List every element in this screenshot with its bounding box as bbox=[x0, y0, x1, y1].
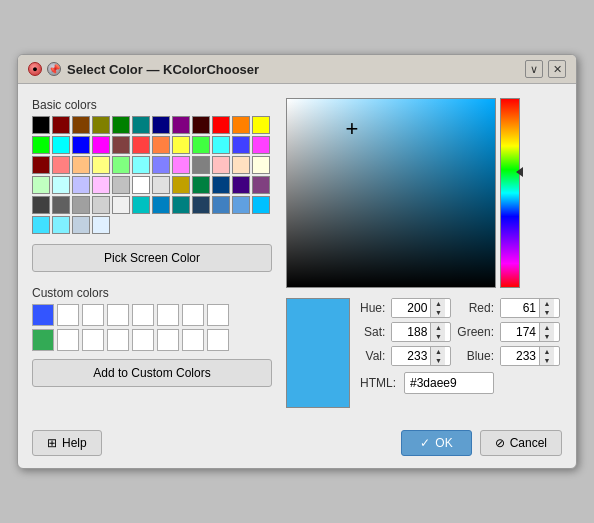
custom-color-swatch[interactable] bbox=[57, 304, 79, 326]
hue-up[interactable]: ▲ bbox=[431, 299, 445, 308]
basic-color-swatch[interactable] bbox=[172, 116, 190, 134]
blue-spinbox[interactable]: ▲ ▼ bbox=[500, 346, 560, 366]
basic-color-swatch[interactable] bbox=[212, 196, 230, 214]
basic-color-swatch[interactable] bbox=[72, 136, 90, 154]
custom-color-swatch[interactable] bbox=[182, 304, 204, 326]
basic-color-swatch[interactable] bbox=[112, 156, 130, 174]
custom-color-swatch[interactable] bbox=[32, 329, 54, 351]
green-spinbox[interactable]: ▲ ▼ bbox=[500, 322, 560, 342]
basic-color-swatch[interactable] bbox=[32, 116, 50, 134]
sat-up[interactable]: ▲ bbox=[431, 323, 445, 332]
custom-color-swatch[interactable] bbox=[57, 329, 79, 351]
basic-color-swatch[interactable] bbox=[92, 216, 110, 234]
basic-color-swatch[interactable] bbox=[152, 176, 170, 194]
basic-color-swatch[interactable] bbox=[32, 176, 50, 194]
custom-color-swatch[interactable] bbox=[82, 329, 104, 351]
basic-color-swatch[interactable] bbox=[132, 176, 150, 194]
green-input[interactable] bbox=[501, 323, 539, 341]
basic-color-swatch[interactable] bbox=[112, 176, 130, 194]
custom-color-swatch[interactable] bbox=[107, 304, 129, 326]
basic-color-swatch[interactable] bbox=[232, 136, 250, 154]
val-down[interactable]: ▼ bbox=[431, 356, 445, 365]
basic-color-swatch[interactable] bbox=[32, 156, 50, 174]
basic-color-swatch[interactable] bbox=[112, 116, 130, 134]
val-input[interactable] bbox=[392, 347, 430, 365]
custom-color-swatch[interactable] bbox=[82, 304, 104, 326]
basic-color-swatch[interactable] bbox=[192, 196, 210, 214]
basic-color-swatch[interactable] bbox=[252, 196, 270, 214]
basic-color-swatch[interactable] bbox=[212, 136, 230, 154]
basic-color-swatch[interactable] bbox=[92, 156, 110, 174]
basic-color-swatch[interactable] bbox=[192, 176, 210, 194]
ok-button[interactable]: ✓ OK bbox=[401, 430, 471, 456]
hue-slider[interactable] bbox=[500, 98, 520, 288]
basic-color-swatch[interactable] bbox=[52, 216, 70, 234]
basic-color-swatch[interactable] bbox=[252, 156, 270, 174]
red-down[interactable]: ▼ bbox=[540, 308, 554, 317]
basic-color-swatch[interactable] bbox=[192, 156, 210, 174]
sat-spinbox[interactable]: ▲ ▼ bbox=[391, 322, 451, 342]
basic-color-swatch[interactable] bbox=[232, 176, 250, 194]
basic-color-swatch[interactable] bbox=[132, 156, 150, 174]
basic-color-swatch[interactable] bbox=[72, 156, 90, 174]
custom-color-swatch[interactable] bbox=[132, 304, 154, 326]
red-spinbox[interactable]: ▲ ▼ bbox=[500, 298, 560, 318]
val-up[interactable]: ▲ bbox=[431, 347, 445, 356]
basic-color-swatch[interactable] bbox=[152, 196, 170, 214]
hue-down[interactable]: ▼ bbox=[431, 308, 445, 317]
custom-color-swatch[interactable] bbox=[157, 304, 179, 326]
basic-color-swatch[interactable] bbox=[92, 196, 110, 214]
sat-input[interactable] bbox=[392, 323, 430, 341]
basic-color-swatch[interactable] bbox=[52, 116, 70, 134]
basic-color-swatch[interactable] bbox=[72, 196, 90, 214]
basic-color-swatch[interactable] bbox=[152, 116, 170, 134]
basic-color-swatch[interactable] bbox=[172, 156, 190, 174]
red-up[interactable]: ▲ bbox=[540, 299, 554, 308]
basic-color-swatch[interactable] bbox=[112, 196, 130, 214]
basic-color-swatch[interactable] bbox=[212, 156, 230, 174]
red-input[interactable] bbox=[501, 299, 539, 317]
custom-color-swatch[interactable] bbox=[107, 329, 129, 351]
basic-color-swatch[interactable] bbox=[92, 176, 110, 194]
basic-color-swatch[interactable] bbox=[252, 136, 270, 154]
basic-color-swatch[interactable] bbox=[132, 136, 150, 154]
close-button[interactable]: ✕ bbox=[548, 60, 566, 78]
custom-color-swatch[interactable] bbox=[207, 329, 229, 351]
val-spinbox[interactable]: ▲ ▼ bbox=[391, 346, 451, 366]
basic-color-swatch[interactable] bbox=[92, 116, 110, 134]
hue-input[interactable] bbox=[392, 299, 430, 317]
dot-red[interactable]: ● bbox=[28, 62, 42, 76]
basic-color-swatch[interactable] bbox=[52, 196, 70, 214]
basic-color-swatch[interactable] bbox=[52, 136, 70, 154]
basic-color-swatch[interactable] bbox=[52, 176, 70, 194]
custom-color-swatch[interactable] bbox=[182, 329, 204, 351]
basic-color-swatch[interactable] bbox=[252, 116, 270, 134]
basic-color-swatch[interactable] bbox=[72, 116, 90, 134]
blue-input[interactable] bbox=[501, 347, 539, 365]
basic-color-swatch[interactable] bbox=[192, 116, 210, 134]
chevron-down-button[interactable]: ∨ bbox=[525, 60, 543, 78]
basic-color-swatch[interactable] bbox=[132, 116, 150, 134]
color-gradient[interactable]: + bbox=[286, 98, 496, 288]
dot-pin[interactable]: 📌 bbox=[47, 62, 61, 76]
basic-color-swatch[interactable] bbox=[32, 196, 50, 214]
basic-color-swatch[interactable] bbox=[72, 176, 90, 194]
basic-color-swatch[interactable] bbox=[172, 136, 190, 154]
basic-color-swatch[interactable] bbox=[72, 216, 90, 234]
basic-color-swatch[interactable] bbox=[132, 196, 150, 214]
basic-color-swatch[interactable] bbox=[172, 176, 190, 194]
basic-color-swatch[interactable] bbox=[92, 136, 110, 154]
green-up[interactable]: ▲ bbox=[540, 323, 554, 332]
custom-color-swatch[interactable] bbox=[207, 304, 229, 326]
basic-color-swatch[interactable] bbox=[212, 116, 230, 134]
basic-color-swatch[interactable] bbox=[112, 136, 130, 154]
basic-color-swatch[interactable] bbox=[32, 136, 50, 154]
basic-color-swatch[interactable] bbox=[32, 216, 50, 234]
basic-color-swatch[interactable] bbox=[52, 156, 70, 174]
custom-color-swatch[interactable] bbox=[157, 329, 179, 351]
basic-color-swatch[interactable] bbox=[212, 176, 230, 194]
basic-color-swatch[interactable] bbox=[172, 196, 190, 214]
cancel-button[interactable]: ⊘ Cancel bbox=[480, 430, 562, 456]
sat-down[interactable]: ▼ bbox=[431, 332, 445, 341]
blue-down[interactable]: ▼ bbox=[540, 356, 554, 365]
